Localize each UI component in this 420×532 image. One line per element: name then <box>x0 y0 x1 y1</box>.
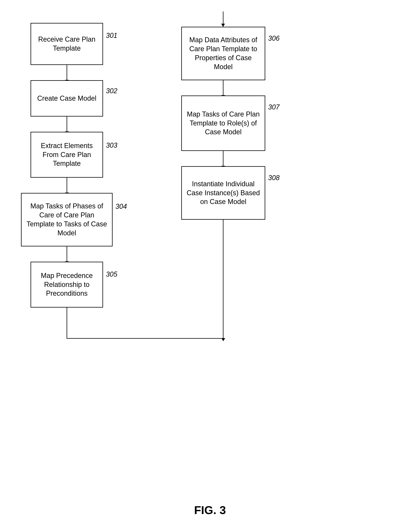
diagram-container: Receive Care Plan Template 301 Create Ca… <box>15 12 405 508</box>
box-301: Receive Care Plan Template <box>30 23 103 65</box>
step-label-301: 301 <box>106 32 117 40</box>
arrow-303-304 <box>67 178 67 193</box>
line-305-down <box>67 307 67 338</box>
step-label-304: 304 <box>115 202 127 210</box>
step-label-306: 306 <box>268 34 280 42</box>
box-306-label: Map Data Attributes of Care Plan Templat… <box>185 35 262 71</box>
box-301-label: Receive Care Plan Template <box>34 35 99 53</box>
box-304: Map Tasks of Phases of Care of Care Plan… <box>21 193 113 246</box>
step-label-307: 307 <box>268 103 280 111</box>
arrow-301-302 <box>67 65 67 80</box>
arrow-306-307 <box>223 80 224 96</box>
top-arrowhead <box>221 24 225 27</box>
box-308-label: Instantiate Individual Case Instance(s) … <box>185 179 262 206</box>
step-label-303: 303 <box>106 141 117 149</box>
box-307-label: Map Tasks of Care Plan Template to Role(… <box>185 110 262 137</box>
line-305-right <box>67 338 223 339</box>
box-302: Create Case Model <box>30 80 103 116</box>
arrow-307-308 <box>223 151 224 166</box>
box-302-label: Create Case Model <box>37 94 96 103</box>
box-304-label: Map Tasks of Phases of Care of Care Plan… <box>25 202 109 237</box>
box-305: Map Precedence Relationship to Precondit… <box>30 262 103 307</box>
arrow-304-305 <box>67 246 67 262</box>
box-305-label: Map Precedence Relationship to Precondit… <box>34 271 99 298</box>
arrow-302-303 <box>67 116 67 132</box>
box-306: Map Data Attributes of Care Plan Templat… <box>181 27 265 80</box>
step-label-305: 305 <box>106 270 117 278</box>
box-307: Map Tasks of Care Plan Template to Role(… <box>181 96 265 151</box>
box-303: Extract Elements From Care Plan Template <box>30 132 103 178</box>
step-label-302: 302 <box>106 87 117 95</box>
figure-caption: FIG. 3 <box>0 503 420 517</box>
box-303-label: Extract Elements From Care Plan Template <box>34 141 99 168</box>
box-308: Instantiate Individual Case Instance(s) … <box>181 166 265 220</box>
step-label-308: 308 <box>268 174 280 182</box>
